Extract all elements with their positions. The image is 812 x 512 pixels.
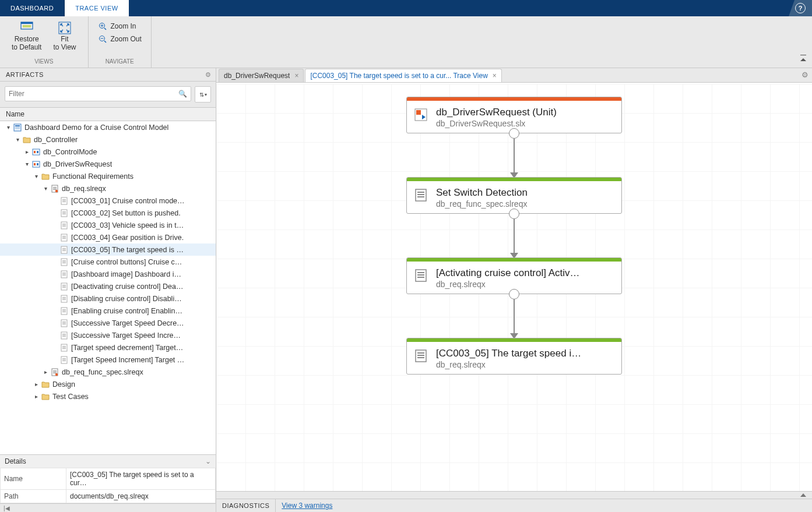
chevron-down-icon[interactable]: ⌄: [205, 457, 211, 465]
tree-leaf[interactable]: [Deactivating cruise control] Dea…: [0, 280, 216, 292]
tree-label: [Target Speed Increment] Target …: [71, 356, 184, 364]
svg-rect-98: [417, 355, 424, 356]
req-icon: [59, 355, 69, 365]
svg-rect-12: [15, 125, 20, 126]
close-icon[interactable]: ×: [493, 72, 497, 80]
tree-leaf[interactable]: [Enabling cruise control] Enablin…: [0, 305, 216, 317]
tree-label: [Dashboard image] Dashboard i…: [71, 270, 181, 278]
twisty-icon[interactable]: ▾: [14, 136, 21, 143]
tree-leaf[interactable]: [Cruise control buttons] Cruise c…: [0, 256, 216, 268]
tree-leaf[interactable]: [Successive Target Speed Incre…: [0, 329, 216, 341]
gear-icon[interactable]: ⚙: [205, 71, 212, 79]
svg-rect-97: [417, 352, 424, 354]
tree-leaf[interactable]: [CC003_04] Gear position is Drive.: [0, 231, 216, 243]
tree-leaf[interactable]: [Dashboard image] Dashboard i…: [0, 268, 216, 280]
artifacts-tree[interactable]: ▾Dashboard Demo for a Cruise Control Mod…: [0, 121, 216, 454]
twisty-icon[interactable]: ▸: [23, 149, 30, 156]
filter-input[interactable]: [9, 90, 178, 98]
req-icon: [59, 343, 69, 352]
svg-rect-45: [62, 250, 66, 251]
dock-handle[interactable]: [216, 491, 812, 499]
svg-point-86: [55, 373, 58, 375]
details-row: Name[CC003_05] The target speed is set t…: [1, 468, 216, 490]
tree-node[interactable]: ▸db_ControlMode: [0, 146, 216, 158]
twisty-icon: [51, 259, 58, 266]
help-button[interactable]: ?: [789, 0, 812, 16]
tree-node[interactable]: ▾Dashboard Demo for a Cruise Control Mod…: [0, 121, 216, 133]
tree-node[interactable]: ▸Design: [0, 378, 216, 390]
tab-trace-view[interactable]: TRACE VIEW: [65, 0, 128, 16]
twisty-icon[interactable]: ▸: [33, 381, 40, 388]
tree-node[interactable]: ▸Test Cases: [0, 390, 216, 402]
svg-rect-16: [34, 151, 36, 153]
svg-rect-55: [62, 285, 66, 285]
tree-leaf[interactable]: [CC003_03] Vehicle speed is in t…: [0, 219, 216, 231]
tree-label: Design: [52, 380, 75, 389]
twisty-icon[interactable]: ▸: [42, 369, 49, 376]
restore-to-default-button[interactable]: Restore to Default: [9, 20, 44, 52]
zoom-in-button[interactable]: Zoom In: [94, 20, 145, 32]
details-value: documents/db_req.slreqx: [66, 490, 216, 503]
svg-rect-19: [34, 163, 36, 165]
twisty-icon[interactable]: ▾: [5, 124, 12, 131]
tree-leaf[interactable]: [Target Speed Increment] Target …: [0, 354, 216, 366]
tree-label: [CC003_01] Cruise control mode…: [71, 197, 185, 205]
filter-box[interactable]: 🔍: [5, 86, 191, 101]
svg-rect-76: [62, 347, 66, 348]
trace-graph: db_DriverSwRequest (Unit)db_DriverSwRequ…: [406, 97, 622, 375]
tree-node[interactable]: ▾Functional Requirements: [0, 170, 216, 182]
tree-leaf[interactable]: [Disabling cruise control] Disabli…: [0, 292, 216, 305]
document-tab[interactable]: db_DriverSwRequest×: [219, 69, 304, 82]
tree-leaf[interactable]: [CC003_01] Cruise control mode…: [0, 195, 216, 207]
svg-rect-2: [23, 25, 31, 27]
connector-line: [514, 299, 515, 333]
label: to Default: [12, 43, 41, 51]
tree-label: [Successive Target Speed Decre…: [71, 319, 184, 327]
folder-icon: [41, 392, 50, 401]
svg-rect-57: [62, 287, 66, 288]
sort-button[interactable]: ⇅▾: [195, 86, 211, 103]
svg-rect-37: [62, 226, 66, 227]
twisty-icon[interactable]: ▸: [33, 393, 40, 400]
diagnostics-label[interactable]: DIAGNOSTICS: [216, 499, 276, 512]
twisty-icon[interactable]: ▾: [23, 161, 30, 168]
tree-label: db_Controller: [34, 136, 78, 144]
twisty-icon[interactable]: ▾: [33, 173, 40, 180]
svg-rect-15: [33, 149, 40, 155]
connector-line: [514, 219, 515, 253]
tree-node[interactable]: ▾db_DriverSwRequest: [0, 158, 216, 170]
twisty-icon[interactable]: ▾: [42, 185, 49, 192]
tree-leaf[interactable]: [Target speed decrement] Target…: [0, 341, 216, 354]
tree-label: [CC003_02] Set button is pushed.: [71, 209, 181, 217]
tree-node[interactable]: ▾db_Controller: [0, 133, 216, 146]
close-icon[interactable]: ×: [294, 72, 298, 80]
trace-canvas[interactable]: db_DriverSwRequest (Unit)db_DriverSwRequ…: [216, 83, 812, 491]
gear-icon[interactable]: ⚙: [802, 70, 809, 79]
twisty-icon: [51, 295, 58, 302]
tree-label: Functional Requirements: [52, 172, 133, 181]
document-tab[interactable]: [CC003_05] The target speed is set to a …: [305, 69, 501, 82]
view-warnings-link[interactable]: View 3 warnings: [282, 502, 332, 510]
req-icon: [59, 257, 69, 267]
main-area: ARTIFACTS ⚙ 🔍 ⇅▾ Name ▾Dashboard Demo fo…: [0, 68, 812, 512]
tree-node[interactable]: ▾db_req.slreqx: [0, 182, 216, 195]
tree-leaf[interactable]: [CC003_05] The target speed is …: [0, 243, 216, 256]
prev-icon[interactable]: |◀: [3, 505, 10, 511]
folder-icon: [22, 135, 31, 144]
tree-leaf[interactable]: [CC003_02] Set button is pushed.: [0, 207, 216, 219]
zoom-out-button[interactable]: Zoom Out: [94, 33, 145, 45]
toolstrip-collapse-button[interactable]: [799, 58, 807, 65]
req-icon: [59, 270, 69, 279]
req-icon: [59, 221, 69, 230]
trace-node[interactable]: [CC003_05] The target speed i…db_req.slr…: [406, 338, 622, 375]
label: Zoom In: [111, 22, 136, 30]
svg-rect-59: [62, 297, 66, 298]
tree-label: [Cruise control buttons] Cruise c…: [71, 258, 182, 266]
svg-point-25: [55, 189, 58, 192]
restore-icon: [20, 21, 34, 35]
tree-node[interactable]: ▸db_req_func_spec.slreqx: [0, 366, 216, 378]
tab-dashboard[interactable]: DASHBOARD: [0, 0, 65, 16]
svg-rect-80: [62, 359, 66, 360]
tree-leaf[interactable]: [Successive Target Speed Decre…: [0, 317, 216, 329]
fit-to-view-button[interactable]: Fit to View: [51, 20, 78, 52]
